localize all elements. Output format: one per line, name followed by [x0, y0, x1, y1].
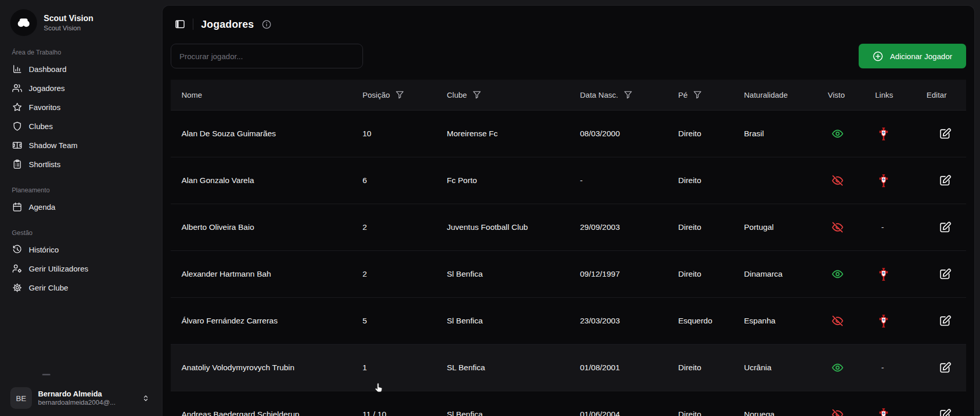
- birth-date: 08/03/2000: [580, 129, 620, 138]
- section-label-planning: Planeamento: [12, 187, 152, 194]
- nationality-cell: Dinamarca: [744, 269, 828, 279]
- sidebar-toggle-icon[interactable]: [175, 19, 185, 29]
- edit-cell: [927, 174, 966, 187]
- edit-button[interactable]: [927, 221, 966, 233]
- player-name-cell: Andreas Baedergard Schjelderup: [171, 410, 362, 416]
- page-header: Jogadores: [171, 14, 966, 34]
- sidebar-item-jogadores[interactable]: Jogadores: [10, 79, 152, 98]
- edit-button[interactable]: [927, 268, 966, 280]
- user-cog-icon: [12, 264, 22, 274]
- sidebar-item-gerir-clube[interactable]: Gerir Clube: [10, 278, 152, 297]
- filter-icon[interactable]: [624, 91, 632, 99]
- page-title: Jogadores: [201, 19, 254, 30]
- gear-icon: [12, 283, 22, 293]
- player-name: Anatoliy Volodymyrovych Trubin: [182, 363, 295, 372]
- info-icon[interactable]: [262, 20, 271, 29]
- sidebar-item-shortlists[interactable]: Shortlists: [10, 155, 152, 174]
- filter-icon[interactable]: [395, 91, 404, 99]
- edit-cell: [927, 315, 966, 327]
- player-name-cell: Alberto Oliveira Baio: [171, 223, 362, 232]
- foot-cell: Direito: [678, 129, 744, 138]
- sidebar-item-historico[interactable]: Histórico: [10, 240, 152, 259]
- portugal-crest-icon[interactable]: [875, 315, 927, 328]
- sidebar-item-clubes[interactable]: Clubes: [10, 117, 152, 136]
- birth-date: 29/09/2003: [580, 223, 620, 231]
- visto-cell: [828, 128, 875, 140]
- binoculars-icon: [16, 15, 31, 30]
- position: 10: [362, 129, 371, 138]
- foot-cell: Direito: [678, 176, 744, 185]
- chevrons-up-down-icon: [142, 394, 150, 402]
- table-body: Alan De Souza Guimarães10Moreirense Fc08…: [171, 111, 966, 416]
- eye-icon[interactable]: [828, 128, 875, 140]
- brand: Scout Vision Scout Vision: [10, 9, 152, 36]
- club-cell: Moreirense Fc: [447, 129, 580, 138]
- plus-circle-icon: [873, 51, 883, 62]
- nationality: Brasil: [744, 129, 764, 138]
- column-header-visto: Visto: [828, 91, 875, 99]
- filter-icon[interactable]: [473, 91, 481, 99]
- pitch-icon: [12, 140, 22, 150]
- player-name-cell: Alan De Souza Guimarães: [171, 129, 362, 138]
- user-menu[interactable]: BE Bernardo Almeida bernardoalmeida2004@…: [10, 387, 152, 409]
- foot: Direito: [678, 176, 701, 185]
- sidebar-item-shadow-team[interactable]: Shadow Team: [10, 136, 152, 155]
- table-row[interactable]: Alberto Oliveira Baio2Juventus Football …: [171, 204, 966, 251]
- sidebar-item-favoritos[interactable]: Favoritos: [10, 98, 152, 117]
- foot: Direito: [678, 363, 701, 372]
- search-input[interactable]: [171, 44, 363, 68]
- foot: Direito: [678, 223, 701, 231]
- club-cell: SL Benfica: [447, 363, 580, 372]
- filter-icon[interactable]: [693, 91, 702, 99]
- eye-off-icon[interactable]: [828, 221, 875, 233]
- birth-date-cell: 08/03/2000: [580, 129, 678, 138]
- sidebar-item-dashboard[interactable]: Dashboard: [10, 60, 152, 79]
- edit-button[interactable]: [927, 128, 966, 140]
- table-row[interactable]: Anatoliy Volodymyrovych Trubin1SL Benfic…: [171, 345, 966, 391]
- birth-date: 23/03/2003: [580, 316, 620, 325]
- edit-button[interactable]: [927, 408, 966, 416]
- edit-button[interactable]: [927, 315, 966, 327]
- eye-icon[interactable]: [828, 268, 875, 280]
- eye-icon[interactable]: [828, 361, 875, 374]
- history-icon: [12, 245, 22, 255]
- foot-cell: Direito: [678, 363, 744, 372]
- eye-off-icon[interactable]: [828, 408, 875, 416]
- nationality-cell: Portugal: [744, 223, 828, 232]
- avatar: BE: [10, 387, 32, 409]
- table-row[interactable]: Alan De Souza Guimarães10Moreirense Fc08…: [171, 111, 966, 157]
- portugal-crest-icon[interactable]: [875, 174, 927, 187]
- sidebar-item-gerir-utilizadores[interactable]: Gerir Utilizadores: [10, 259, 152, 278]
- foot: Direito: [678, 269, 701, 278]
- column-label: Naturalidade: [744, 91, 788, 99]
- table-row[interactable]: Alan Gonzalo Varela6Fc Porto-Direito: [171, 157, 966, 204]
- position-cell: 2: [362, 269, 447, 279]
- birth-date-cell: -: [580, 176, 678, 185]
- visto-cell: [828, 221, 875, 233]
- table-row[interactable]: Andreas Baedergard Schjelderup11 / 10Sl …: [171, 391, 966, 416]
- eye-off-icon[interactable]: [828, 174, 875, 187]
- eye-off-icon[interactable]: [828, 315, 875, 327]
- section-label-workspace: Área de Trabalho: [12, 49, 152, 56]
- edit-button[interactable]: [927, 361, 966, 374]
- player-name: Alexander Hartmann Bah: [182, 269, 271, 278]
- table-row[interactable]: Álvaro Fernández Carreras5Sl Benfica23/0…: [171, 298, 966, 345]
- sidebar-item-label: Jogadores: [29, 84, 65, 93]
- portugal-crest-icon[interactable]: [875, 268, 927, 281]
- links-cell: [875, 315, 927, 328]
- visto-cell: [828, 268, 875, 280]
- portugal-crest-icon[interactable]: [875, 128, 927, 140]
- nationality-cell: Ucrânia: [744, 363, 828, 372]
- portugal-crest-icon[interactable]: [875, 408, 927, 416]
- position-cell: 5: [362, 316, 447, 325]
- club: Sl Benfica: [447, 269, 483, 278]
- visto-cell: [828, 174, 875, 187]
- sidebar-item-agenda[interactable]: Agenda: [10, 197, 152, 216]
- sidebar-item-label: Shadow Team: [29, 141, 78, 150]
- foot-cell: Direito: [678, 269, 744, 279]
- table-row[interactable]: Alexander Hartmann Bah2Sl Benfica09/12/1…: [171, 251, 966, 298]
- add-player-button[interactable]: Adicionar Jogador: [859, 44, 966, 68]
- edit-button[interactable]: [927, 174, 966, 187]
- edit-cell: [927, 408, 966, 416]
- birth-date: -: [580, 176, 583, 185]
